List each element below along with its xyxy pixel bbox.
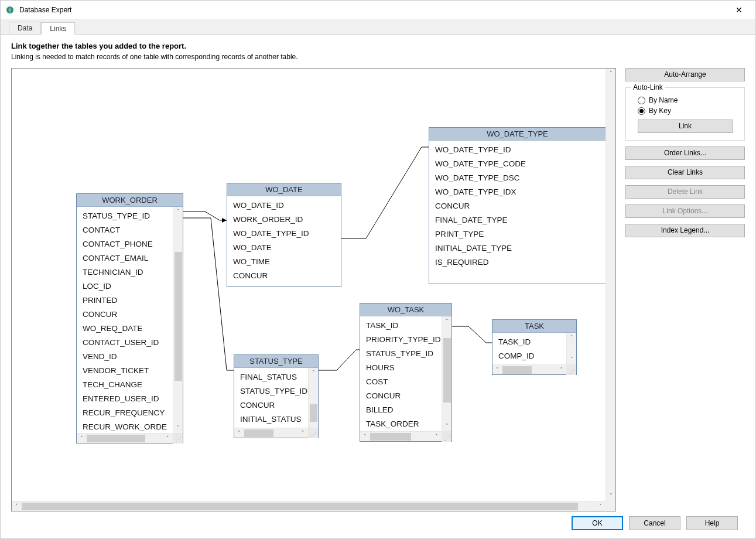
field[interactable]: TASK_ID bbox=[498, 335, 562, 349]
field[interactable]: VENDOR_TICKET bbox=[83, 364, 168, 378]
field[interactable]: STATUS_TYPE_ID bbox=[240, 384, 303, 398]
field[interactable]: CONTACT_EMAIL bbox=[83, 251, 168, 265]
table-header[interactable]: WO_DATE bbox=[227, 183, 341, 196]
field[interactable]: PRINT_TYPE bbox=[435, 227, 601, 241]
table-header[interactable]: WO_DATE_TYPE bbox=[429, 128, 606, 141]
field[interactable]: WO_TIME bbox=[233, 255, 336, 269]
chevron-down-icon[interactable]: ˅ bbox=[442, 421, 451, 431]
cancel-button[interactable]: Cancel bbox=[629, 516, 680, 530]
field[interactable]: BILLED bbox=[366, 403, 437, 417]
field[interactable]: TECHNICIAN_ID bbox=[83, 265, 168, 279]
field[interactable]: WO_DATE_TYPE_IDX bbox=[435, 185, 601, 199]
order-links-button[interactable]: Order Links... bbox=[625, 146, 745, 160]
field[interactable]: VEND_ID bbox=[83, 350, 168, 364]
field[interactable]: TASK_ID bbox=[366, 319, 437, 333]
field[interactable]: INITIAL_DATE_TYPE bbox=[435, 241, 601, 255]
chevron-up-icon[interactable]: ˄ bbox=[567, 333, 576, 343]
clear-links-button[interactable]: Clear Links bbox=[625, 166, 745, 179]
chevron-up-icon[interactable]: ˄ bbox=[309, 368, 318, 378]
chevron-left-icon[interactable]: ˂ bbox=[360, 432, 370, 441]
field[interactable]: ENTERED_USER_ID bbox=[83, 392, 168, 406]
field[interactable]: LOC_ID bbox=[83, 279, 168, 294]
table-wo-date-type[interactable]: WO_DATE_TYPE WO_DATE_TYPE_ID WO_DATE_TYP… bbox=[429, 127, 606, 284]
field[interactable]: WO_DATE_TYPE_ID bbox=[435, 143, 601, 157]
field[interactable]: STATUS_TYPE_ID bbox=[366, 347, 437, 361]
field[interactable]: WO_DATE_ID bbox=[233, 199, 336, 213]
scrollbar-vertical[interactable]: ˄ ˅ bbox=[173, 207, 183, 433]
chevron-left-icon[interactable]: ˂ bbox=[492, 365, 502, 374]
field[interactable]: FINAL_STATUS bbox=[240, 370, 303, 384]
link-options-button[interactable]: Link Options... bbox=[625, 204, 745, 218]
field[interactable]: CONTACT_USER_ID bbox=[83, 336, 168, 350]
field[interactable]: WO_REQ_DATE bbox=[83, 322, 168, 336]
chevron-up-icon[interactable]: ˄ bbox=[606, 69, 615, 79]
field[interactable]: WO_DATE_TYPE_DSC bbox=[435, 171, 601, 185]
field[interactable]: WORK_ORDER_ID bbox=[233, 213, 336, 227]
canvas-scrollbar-vertical[interactable]: ˄ ˅ bbox=[606, 69, 615, 501]
field[interactable]: TASK_ORDER bbox=[366, 417, 437, 431]
field[interactable]: TECH_CHANGE bbox=[83, 378, 168, 392]
chevron-up-icon[interactable]: ˄ bbox=[442, 316, 451, 326]
chevron-down-icon[interactable]: ˅ bbox=[173, 423, 183, 433]
field[interactable]: WO_DATE_TYPE_CODE bbox=[435, 157, 601, 171]
resize-grip-icon[interactable]: ⋰ bbox=[566, 365, 576, 375]
chevron-right-icon[interactable]: ˃ bbox=[432, 432, 442, 441]
field[interactable]: WO_DATE bbox=[233, 241, 336, 255]
auto-arrange-button[interactable]: Auto-Arrange bbox=[625, 68, 745, 81]
scrollbar-vertical[interactable]: ˄ ˅ bbox=[308, 368, 318, 428]
field[interactable]: IS_REQUIRED bbox=[435, 255, 601, 270]
table-header[interactable]: STATUS_TYPE bbox=[234, 355, 318, 368]
chevron-left-icon[interactable]: ˂ bbox=[234, 428, 244, 438]
help-button[interactable]: Help bbox=[686, 516, 738, 530]
chevron-right-icon[interactable]: ˃ bbox=[556, 365, 566, 374]
chevron-right-icon[interactable]: ˃ bbox=[596, 502, 606, 511]
field[interactable]: INITIAL_STATUS bbox=[240, 412, 303, 427]
chevron-left-icon[interactable]: ˂ bbox=[77, 434, 87, 443]
chevron-right-icon[interactable]: ˃ bbox=[298, 428, 308, 438]
scrollbar-horizontal[interactable]: ˂ ˃ ⋰ bbox=[360, 431, 451, 441]
table-wo-task[interactable]: WO_TASK TASK_ID PRIORITY_TYPE_ID STATUS_… bbox=[360, 303, 452, 442]
scrollbar-horizontal[interactable]: ˂ ˃ ⋰ bbox=[77, 433, 183, 443]
table-wo-date[interactable]: WO_DATE WO_DATE_ID WORK_ORDER_ID WO_DATE… bbox=[227, 183, 341, 287]
table-header[interactable]: TASK bbox=[492, 320, 576, 333]
field[interactable]: STATUS_TYPE_ID bbox=[83, 209, 168, 223]
field[interactable]: RECUR_WORK_ORDE bbox=[83, 420, 168, 433]
table-header[interactable]: WO_TASK bbox=[360, 303, 451, 316]
delete-link-button[interactable]: Delete Link bbox=[625, 185, 745, 199]
ok-button[interactable]: OK bbox=[572, 516, 623, 530]
table-status-type[interactable]: STATUS_TYPE FINAL_STATUS STATUS_TYPE_ID … bbox=[234, 354, 319, 438]
scrollbar-vertical[interactable]: ˄ ˅ bbox=[566, 333, 576, 364]
canvas-scrollbar-horizontal[interactable]: ˂ ˃ bbox=[12, 501, 606, 511]
field[interactable]: CONCUR bbox=[240, 398, 303, 412]
field[interactable]: CONCUR bbox=[83, 308, 168, 322]
chevron-up-icon[interactable]: ˄ bbox=[173, 207, 183, 217]
table-header[interactable]: WORK_ORDER bbox=[77, 194, 183, 207]
tab-links[interactable]: Links bbox=[41, 22, 75, 35]
table-task[interactable]: TASK TASK_ID COMP_ID ˄ ˅ bbox=[492, 319, 577, 375]
field[interactable]: RECUR_FREQUENCY bbox=[83, 406, 168, 420]
field[interactable]: CONTACT_PHONE bbox=[83, 237, 168, 251]
resize-grip-icon[interactable]: ⋰ bbox=[173, 434, 183, 444]
scrollbar-horizontal[interactable]: ˂ ˃ ⋰ bbox=[492, 364, 576, 374]
field[interactable]: CONCUR bbox=[233, 269, 336, 283]
radio-by-name[interactable]: By Name bbox=[638, 96, 738, 104]
field[interactable]: CONTACT bbox=[83, 223, 168, 237]
chevron-left-icon[interactable]: ˂ bbox=[12, 502, 22, 511]
index-legend-button[interactable]: Index Legend... bbox=[625, 224, 745, 237]
field[interactable]: CONCUR bbox=[366, 389, 437, 403]
field[interactable]: COST bbox=[366, 375, 437, 389]
field[interactable]: COMP_ID bbox=[498, 349, 562, 363]
field[interactable]: WO_DATE_TYPE_ID bbox=[233, 227, 336, 241]
resize-grip-icon[interactable]: ⋰ bbox=[442, 432, 451, 442]
close-icon[interactable]: ✕ bbox=[727, 5, 751, 15]
scrollbar-horizontal[interactable]: ˂ ˃ ⋰ bbox=[234, 428, 318, 438]
chevron-down-icon[interactable]: ˅ bbox=[567, 354, 576, 364]
chevron-right-icon[interactable]: ˃ bbox=[163, 434, 173, 443]
field[interactable]: HOURS bbox=[366, 361, 437, 375]
field[interactable]: FINAL_DATE_TYPE bbox=[435, 213, 601, 227]
scrollbar-vertical[interactable]: ˄ ˅ bbox=[442, 316, 451, 431]
table-work-order[interactable]: WORK_ORDER STATUS_TYPE_ID CONTACT CONTAC… bbox=[76, 193, 183, 444]
tab-data[interactable]: Data bbox=[9, 22, 41, 34]
field[interactable]: PRINTED bbox=[83, 294, 168, 308]
field[interactable]: CONCUR bbox=[435, 199, 601, 213]
